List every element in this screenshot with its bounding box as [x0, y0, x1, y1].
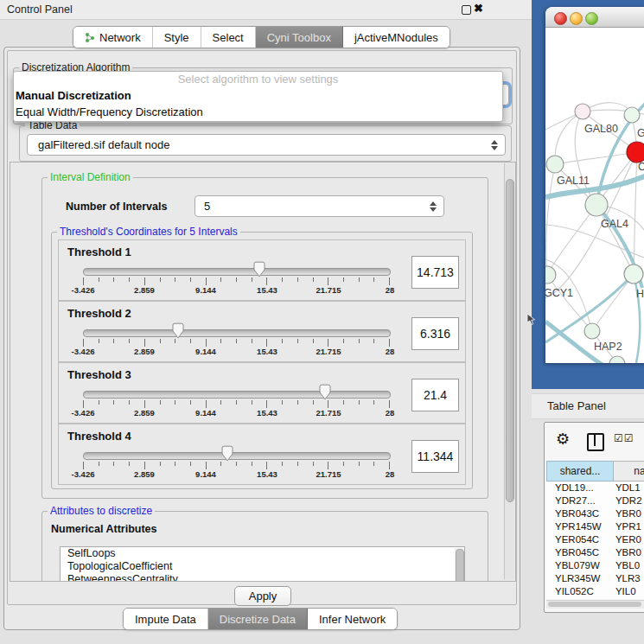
- table-row[interactable]: YER054CYER0: [546, 534, 644, 547]
- node-red-selected[interactable]: [627, 142, 644, 163]
- table-row[interactable]: YIL052CYIL0: [546, 586, 644, 599]
- discretize-data-page: Discretization Algorithm Select algorith…: [7, 50, 517, 605]
- list-scrollbar[interactable]: [455, 548, 463, 582]
- minimize-traffic-light-icon[interactable]: [570, 12, 583, 25]
- node-hap2[interactable]: [584, 323, 600, 339]
- tab-jactivemnodules[interactable]: jActiveMNodules: [343, 27, 450, 48]
- column-header-name[interactable]: na: [614, 461, 644, 481]
- threshold-value-field[interactable]: 11.344: [411, 440, 459, 473]
- threshold-label: Threshold 1: [67, 245, 131, 258]
- table-row[interactable]: YLR345WYLR3: [546, 573, 644, 586]
- node-gal11[interactable]: [546, 156, 564, 173]
- tab-discretize-data[interactable]: Discretize Data: [208, 609, 308, 629]
- attributes-group: Attributes to discretize Numerical Attri…: [41, 511, 488, 582]
- node-top-right[interactable]: [624, 107, 640, 123]
- control-panel-titlebar: Control Panel ✖: [0, 0, 532, 20]
- combo-arrows-icon: [490, 140, 498, 150]
- number-of-intervals-spinner[interactable]: 5: [194, 195, 444, 217]
- network-nodes[interactable]: [545, 104, 644, 363]
- number-of-intervals-label: Number of Intervals: [66, 201, 167, 213]
- settings-scroll-viewport: Interval Definition Number of Intervals …: [10, 162, 516, 582]
- node-gal80[interactable]: [575, 104, 590, 119]
- close-traffic-light-icon[interactable]: [554, 12, 567, 25]
- tab-infer-network[interactable]: Infer Network: [308, 609, 397, 629]
- attributes-group-title: Attributes to discretize: [48, 505, 155, 517]
- cyni-mode-tabs: Impute Data Discretize Data Infer Networ…: [123, 608, 398, 630]
- threshold-slider[interactable]: -3.426 2.859 9.144 15.43 21.715 28: [83, 384, 390, 420]
- node-label: GAL80: [584, 123, 618, 135]
- threshold-1-panel: Threshold 1 -3.426 2.859 9.144: [58, 239, 466, 301]
- float-window-icon[interactable]: [462, 5, 471, 15]
- node-gal4[interactable]: [585, 194, 608, 216]
- mouse-cursor: [526, 313, 536, 326]
- slider-thumb[interactable]: [318, 384, 332, 401]
- table-panel-title: Table Panel: [547, 399, 606, 412]
- settings-scrollbar[interactable]: [504, 163, 514, 579]
- table-horizontal-scrollbar[interactable]: [546, 600, 644, 609]
- checkbox-icons[interactable]: ☑☑: [614, 432, 634, 444]
- threshold-3-panel: Threshold 3 -3.426 2.859 9.144: [58, 362, 466, 424]
- slider-ticks: [83, 462, 390, 469]
- gear-icon[interactable]: ⚙: [556, 430, 570, 449]
- network-graph-canvas[interactable]: GAL80 GA C GAL11 GAL4 GCY1 H HAP2: [545, 27, 644, 363]
- threshold-value-field[interactable]: 6.316: [411, 317, 459, 350]
- column-layout-icon[interactable]: [587, 433, 604, 451]
- list-item[interactable]: SelfLoops: [61, 547, 464, 560]
- threshold-slider[interactable]: -3.426 2.859 9.144 15.43 21.715 28: [83, 322, 390, 359]
- cyni-toolbox-panel: Discretization Algorithm Select algorith…: [3, 47, 520, 630]
- scrollbar-thumb[interactable]: [548, 602, 641, 607]
- apply-button[interactable]: Apply: [234, 586, 291, 606]
- table-row[interactable]: YDL19...YDL1: [546, 482, 644, 495]
- slider-thumb[interactable]: [252, 261, 266, 278]
- column-header-shared[interactable]: shared...: [546, 461, 614, 481]
- threshold-label: Threshold 2: [67, 307, 131, 320]
- node-label-partial: H: [636, 288, 644, 300]
- zoom-traffic-light-icon[interactable]: [585, 12, 598, 25]
- slider-thumb[interactable]: [171, 322, 185, 340]
- algorithm-dropdown-popup: Select algorithm to view settings Manual…: [13, 71, 503, 122]
- slider-track[interactable]: [83, 329, 391, 337]
- table-row[interactable]: YBR043CYBR0: [546, 508, 644, 521]
- table-header-row: shared... na: [546, 461, 644, 481]
- dropdown-placeholder-option[interactable]: Select algorithm to view settings: [14, 72, 502, 87]
- node-right[interactable]: [624, 265, 643, 284]
- threshold-value-field[interactable]: 21.4: [411, 379, 459, 411]
- slider-ticks: [83, 400, 390, 408]
- network-icon: [85, 32, 95, 43]
- close-icon[interactable]: ✖: [474, 2, 483, 15]
- threshold-slider[interactable]: -3.426 2.859 9.144 15.43 21.715 28: [83, 261, 390, 297]
- threshold-value-field[interactable]: 14.713: [411, 256, 459, 289]
- dropdown-option-manual[interactable]: Manual Discretization: [14, 87, 502, 104]
- slider-tick-labels: -3.426 2.859 9.144 15.43 21.715 28: [83, 347, 390, 357]
- table-panel: ⚙ ☑☑ shared... na YDL19...YDL1 YDR27...Y…: [544, 422, 644, 613]
- table-row[interactable]: YDR27...YDR2: [546, 495, 644, 508]
- table-row[interactable]: YBR045CYBR0: [546, 547, 644, 560]
- slider-track[interactable]: [83, 391, 391, 399]
- tab-style[interactable]: Style: [153, 27, 201, 48]
- slider-thumb[interactable]: [220, 445, 234, 462]
- scrollbar-thumb[interactable]: [506, 179, 514, 502]
- tab-select[interactable]: Select: [201, 27, 256, 48]
- threshold-slider[interactable]: -3.426 2.859 9.144 15.43 21.715 28: [83, 445, 390, 481]
- node-label: GAL11: [557, 175, 590, 187]
- tab-impute-data[interactable]: Impute Data: [124, 609, 208, 629]
- slider-ticks: [83, 339, 390, 347]
- control-panel-tabs: Network Style Select Cyni Toolbox jActiv…: [73, 26, 450, 48]
- threshold-coordinates-group: Threshold's Coordinates for 5 Intervals …: [51, 232, 473, 489]
- list-item[interactable]: BetweennessCentrality: [61, 573, 464, 582]
- tab-network[interactable]: Network: [73, 27, 153, 48]
- numerical-attributes-list[interactable]: SelfLoops TopologicalCoefficient Between…: [60, 546, 465, 582]
- table-data-combobox[interactable]: galFiltered.sif default node: [27, 134, 506, 156]
- table-row[interactable]: YBL079WYBL0: [546, 560, 644, 573]
- slider-track[interactable]: [83, 452, 391, 460]
- table-row[interactable]: YPR145WYPR1: [546, 521, 644, 534]
- table-panel-titlebar: Table Panel: [532, 393, 644, 419]
- slider-track[interactable]: [83, 268, 391, 276]
- spinner-arrows-icon: [429, 201, 437, 212]
- node-gcy1[interactable]: [545, 266, 556, 284]
- list-item[interactable]: TopologicalCoefficient: [61, 560, 464, 573]
- dropdown-option-equal-width[interactable]: Equal Width/Frequency Discretization: [14, 104, 502, 120]
- tab-cyni-toolbox[interactable]: Cyni Toolbox: [256, 27, 343, 48]
- node-bottom-partial[interactable]: [609, 356, 625, 363]
- threshold-2-panel: Threshold 2 -3.426 2.859 9.144: [58, 301, 466, 362]
